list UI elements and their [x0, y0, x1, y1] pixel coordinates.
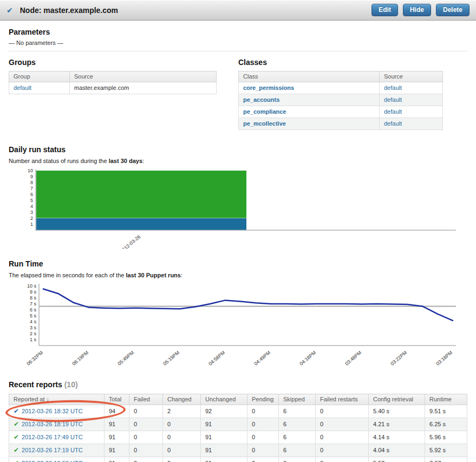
reports-col-reported-at[interactable]: Reported at↓	[9, 394, 105, 405]
group-link[interactable]: default	[14, 84, 31, 91]
class-link[interactable]: pe_mcollective	[243, 120, 286, 127]
svg-text:4 s: 4 s	[30, 319, 37, 324]
svg-text:04:49PM: 04:49PM	[253, 350, 271, 367]
report-changed: 0	[163, 418, 201, 431]
report-success-check-icon: ✔	[14, 446, 19, 454]
page-title: Node: master.example.com	[20, 6, 118, 15]
class-source-link[interactable]: default	[384, 108, 402, 115]
caption-text: :	[181, 272, 182, 278]
caption-text: Number and status of runs during the	[9, 158, 109, 164]
reports-col-failed[interactable]: Failed	[129, 394, 163, 405]
svg-text:5: 5	[30, 198, 33, 203]
report-skipped: 6	[279, 405, 316, 418]
report-runtime: 5.96 s	[425, 431, 467, 444]
svg-text:2012-03-26: 2012-03-26	[119, 234, 142, 249]
report-failed-restarts: 0	[316, 431, 369, 444]
section-divider	[9, 51, 467, 51]
reports-col-total[interactable]: Total	[105, 394, 129, 405]
report-config-retrieval: 5.52 s	[369, 457, 425, 462]
report-link[interactable]: 2012-03-26 18:19 UTC	[22, 421, 83, 427]
svg-text:7 s: 7 s	[30, 301, 37, 307]
class-link[interactable]: core_permissions	[243, 84, 294, 91]
svg-text:10 s: 10 s	[27, 283, 37, 289]
recent-reports-heading: Recent reports (10)	[9, 380, 467, 389]
svg-text:6 s: 6 s	[30, 307, 37, 313]
svg-text:1: 1	[30, 222, 33, 227]
report-failed: 0	[129, 457, 163, 462]
svg-text:06:32PM: 06:32PM	[25, 350, 44, 367]
svg-text:3: 3	[30, 210, 33, 215]
report-success-check-icon: ✔	[14, 433, 19, 441]
class-source-link[interactable]: default	[384, 120, 402, 127]
reports-col-pending[interactable]: Pending	[247, 394, 279, 405]
report-pending: 0	[247, 405, 279, 418]
recent-reports-table: Reported at↓ Total Failed Changed Unchan…	[9, 394, 467, 462]
classes-heading: Classes	[238, 58, 443, 67]
svg-text:03:48PM: 03:48PM	[344, 350, 362, 367]
report-link[interactable]: 2012-03-26 16:58 UTC	[22, 460, 83, 462]
svg-text:6: 6	[30, 192, 33, 197]
table-row: pe_mcollective default	[239, 118, 443, 130]
hide-button[interactable]: Hide	[403, 4, 431, 16]
reports-col-failed-restarts[interactable]: Failed restarts	[316, 394, 369, 405]
report-row: ✔2012-03-26 17:19 UTC 91 0 0 91 0 6 0 4.…	[9, 444, 467, 457]
svg-text:1 s: 1 s	[30, 337, 37, 342]
svg-text:4: 4	[30, 204, 33, 209]
report-skipped: 6	[279, 457, 316, 462]
report-failed: 0	[129, 444, 163, 457]
svg-text:8: 8	[30, 180, 33, 185]
reports-col-runtime[interactable]: Runtime	[425, 394, 467, 405]
report-failed-restarts: 0	[316, 418, 369, 431]
report-unchanged: 91	[201, 431, 247, 444]
report-total: 91	[105, 457, 129, 462]
report-unchanged: 91	[201, 457, 247, 462]
caption-text: The elapsed time in seconds for each of …	[9, 272, 126, 278]
svg-text:2: 2	[30, 216, 33, 221]
caption-text: :	[142, 158, 144, 164]
report-success-check-icon: ✔	[14, 420, 19, 428]
report-link[interactable]: 2012-03-26 18:32 UTC	[22, 408, 83, 414]
reports-col-config-retrieval[interactable]: Config retrieval	[369, 394, 425, 405]
edit-button[interactable]: Edit	[371, 4, 398, 16]
report-link[interactable]: 2012-03-26 17:49 UTC	[22, 434, 83, 440]
reports-col-skipped[interactable]: Skipped	[279, 394, 316, 405]
table-row: core_permissions default	[239, 82, 443, 94]
report-pending: 0	[247, 444, 279, 457]
column-label: Reported at	[14, 396, 44, 402]
groups-section: Groups Group Source default master.examp…	[9, 58, 217, 130]
report-total: 91	[105, 418, 129, 431]
report-runtime: 9.51 s	[425, 405, 467, 418]
svg-text:5 s: 5 s	[30, 313, 37, 318]
delete-button[interactable]: Delete	[436, 4, 470, 16]
report-changed-check-icon: ✔	[14, 407, 19, 415]
report-runtime: 6.25 s	[425, 418, 467, 431]
run-time-caption: The elapsed time in seconds for each of …	[9, 272, 467, 278]
svg-text:8 s: 8 s	[30, 295, 37, 301]
caption-bold-text: last 30 Puppet runs	[126, 272, 180, 278]
reports-col-unchanged[interactable]: Unchanged	[201, 394, 247, 405]
report-row: ✔2012-03-26 17:49 UTC 91 0 0 91 0 6 0 4.…	[9, 431, 467, 444]
svg-text:04:18PM: 04:18PM	[298, 350, 317, 367]
svg-text:7: 7	[30, 186, 33, 191]
report-pending: 0	[247, 457, 279, 462]
table-row: pe_accounts default	[239, 94, 443, 106]
table-row: default master.example.com	[9, 82, 217, 94]
svg-text:04:58PM: 04:58PM	[207, 350, 226, 367]
report-row: ✔2012-03-26 18:19 UTC 91 0 0 91 0 6 0 4.…	[9, 418, 467, 431]
class-source-link[interactable]: default	[384, 96, 402, 103]
report-failed-restarts: 0	[316, 457, 369, 462]
report-total: 91	[105, 444, 129, 457]
report-failed-restarts: 0	[316, 444, 369, 457]
report-config-retrieval: 4.21 s	[369, 418, 425, 431]
run-time-chart: 1 s2 s3 s4 s5 s6 s7 s8 s9 s10 s06:32PM06…	[9, 282, 467, 373]
recent-reports-count: (10)	[64, 380, 78, 389]
node-status-check-icon: ✔	[6, 6, 13, 15]
report-link[interactable]: 2012-03-26 17:19 UTC	[22, 447, 83, 453]
class-link[interactable]: pe_compliance	[243, 108, 286, 115]
report-skipped: 6	[279, 431, 316, 444]
svg-text:03:22PM: 03:22PM	[389, 350, 408, 367]
class-source-link[interactable]: default	[384, 84, 402, 91]
report-changed: 0	[163, 444, 201, 457]
reports-col-changed[interactable]: Changed	[163, 394, 201, 405]
class-link[interactable]: pe_accounts	[243, 96, 279, 103]
